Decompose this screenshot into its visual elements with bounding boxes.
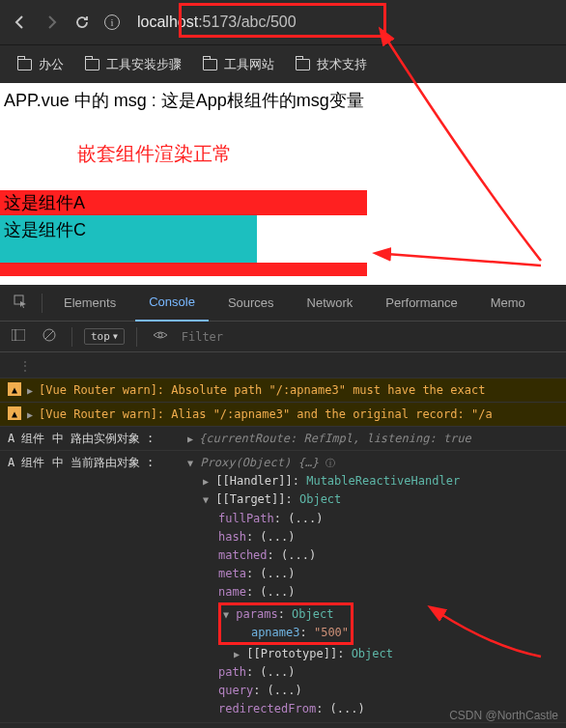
browser-nav-bar: i localhost:5173/abc/500: [0, 0, 566, 44]
url-path: :5173/abc/500: [198, 14, 296, 30]
watermark: CSDN @NorthCastle: [449, 709, 558, 722]
page-content: APP.vue 中的 msg : 这是App根组件的msg变量 嵌套组件渲染正常…: [0, 83, 566, 285]
eye-icon[interactable]: [149, 329, 172, 344]
forward-icon[interactable]: [42, 14, 60, 31]
back-icon[interactable]: [12, 14, 29, 31]
svg-line-4: [45, 331, 53, 339]
devtools-panel: Elements Console Sources Network Perform…: [0, 285, 566, 728]
tab-elements[interactable]: Elements: [50, 285, 129, 322]
console-warning[interactable]: ▲ ▶ [Vue Router warn]: Absolute path "/:…: [0, 378, 566, 403]
console-row: ⋮: [0, 354, 566, 378]
url-bar[interactable]: localhost:5173/abc/500: [129, 10, 304, 35]
component-c: 这是组件C: [0, 215, 257, 263]
site-info-icon[interactable]: i: [104, 14, 120, 30]
console-filter-bar: top▼: [0, 322, 566, 352]
tab-network[interactable]: Network: [294, 285, 367, 322]
filter-input[interactable]: [182, 330, 259, 344]
inspect-icon[interactable]: [8, 294, 34, 312]
expand-icon[interactable]: ▶: [187, 432, 193, 446]
warn-icon: ▲: [8, 382, 21, 396]
nested-label: 嵌套组件渲染正常: [0, 118, 566, 190]
sidebar-toggle-icon[interactable]: [8, 329, 29, 344]
svg-point-5: [158, 333, 162, 337]
component-a: 这是组件A: [0, 190, 367, 215]
bookmark-folder[interactable]: 办公: [17, 56, 64, 73]
bookmark-folder[interactable]: 工具安装步骤: [85, 56, 182, 73]
expand-icon[interactable]: ▶: [27, 383, 33, 398]
folder-icon: [85, 59, 99, 70]
app-msg: APP.vue 中的 msg : 这是App根组件的msg变量: [0, 83, 566, 118]
console-log[interactable]: A 组件 中 当前路由对象 : ▼ Proxy(Object) {…} ⓘ ▶ …: [0, 451, 566, 723]
console-warning[interactable]: ▲ ▶ [Vue Router warn]: Alias "/:apname3"…: [0, 403, 566, 427]
bookmark-folder[interactable]: 工具网站: [203, 56, 274, 73]
tab-performance[interactable]: Performance: [372, 285, 470, 322]
url-host: localhost: [137, 14, 198, 30]
folder-icon: [203, 59, 217, 70]
folder-icon: [296, 59, 310, 70]
expand-icon[interactable]: ▶: [27, 407, 33, 422]
reload-icon[interactable]: [73, 14, 91, 31]
bookmark-folder[interactable]: 技术支持: [296, 56, 367, 73]
component-a-strip: [0, 263, 367, 276]
svg-rect-1: [12, 329, 25, 341]
bookmarks-bar: 办公 工具安装步骤 工具网站 技术支持: [0, 44, 566, 83]
folder-icon: [17, 59, 32, 70]
object-tree: ▼ Proxy(Object) {…} ⓘ ▶ [[Handler]]: Mut…: [187, 454, 558, 719]
tab-memory[interactable]: Memo: [477, 285, 539, 322]
console-log[interactable]: A 组件 中 路由实例对象 : ▶ {currentRoute: RefImpl…: [0, 427, 566, 451]
devtools-tabs: Elements Console Sources Network Perform…: [0, 285, 566, 322]
tab-console[interactable]: Console: [135, 285, 209, 322]
context-selector[interactable]: top▼: [84, 328, 125, 345]
annotation-params-box: ▼ params: Object apname3: "500": [218, 602, 354, 645]
console-body: ⋮ ▲ ▶ [Vue Router warn]: Absolute path "…: [0, 352, 566, 725]
clear-console-icon[interactable]: [39, 328, 60, 345]
tab-sources[interactable]: Sources: [214, 285, 288, 322]
warn-icon: ▲: [8, 406, 21, 420]
